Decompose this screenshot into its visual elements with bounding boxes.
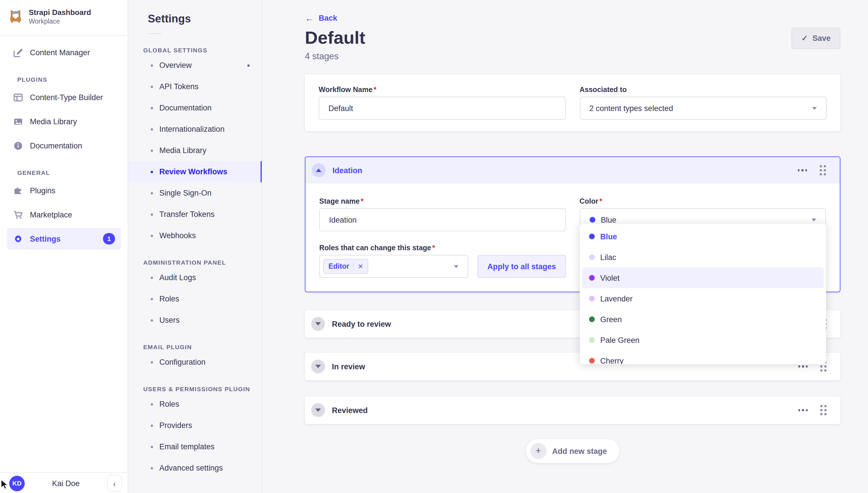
subnav-item-providers[interactable]: Providers [128, 415, 262, 436]
sidebar-item-documentation[interactable]: Documentation [7, 135, 121, 156]
bullet-icon [151, 171, 153, 173]
expand-stage-toggle[interactable] [311, 317, 325, 331]
main-sidebar: Strapi Dashboard Workplace Content Manag… [0, 0, 128, 493]
subnav-item-configuration[interactable]: Configuration [128, 351, 262, 373]
workflow-meta-card: Workflow Name* Default Associated to 2 c… [305, 74, 840, 131]
sidebar-item-media-library[interactable]: Media Library [7, 110, 121, 132]
check-icon: ✓ [801, 34, 808, 43]
color-swatch [589, 358, 594, 364]
subnav-item-documentation[interactable]: Documentation [128, 97, 262, 119]
collapse-sidebar-button[interactable]: ‹ [107, 475, 122, 492]
color-option-pale-green[interactable]: Pale Green [582, 329, 824, 350]
sidebar-item-label: Settings [30, 234, 61, 243]
stage-bar-reviewed[interactable]: Reviewed [305, 396, 840, 424]
screen: Strapi Dashboard Workplace Content Manag… [0, 0, 868, 493]
stage-menu-button[interactable] [798, 409, 808, 411]
stage-name-input[interactable]: Ideation [319, 208, 566, 231]
divider [353, 262, 354, 271]
chevron-down-icon [315, 365, 321, 368]
color-swatch [589, 337, 594, 343]
subnav-item-media-library[interactable]: Media Library [128, 140, 262, 161]
avatar[interactable]: KD [9, 475, 25, 491]
subnav-item-single-sign-on[interactable]: Single Sign-On [128, 183, 262, 203]
stage-menu-button[interactable] [798, 366, 808, 368]
sidebar-item-label: Documentation [30, 141, 82, 150]
subnav-item-advanced-settings[interactable]: Advanced settings [128, 457, 262, 479]
color-option-lilac[interactable]: Lilac [582, 247, 824, 267]
notification-dot [247, 64, 249, 66]
color-dropdown: Blue Lilac Violet Lavender Green Pale Gr… [580, 224, 826, 364]
sidebar-item-marketplace[interactable]: Marketplace [7, 203, 121, 226]
subnav-section-email-plugin: EMAIL PLUGIN [143, 343, 262, 350]
subnav-item-api-tokens[interactable]: API Tokens [128, 76, 262, 97]
bullet-icon [151, 85, 153, 88]
bullet-icon [151, 424, 153, 427]
workspace-brand[interactable]: Strapi Dashboard Workplace [0, 0, 128, 35]
workspace-subtitle: Workplace [29, 17, 91, 26]
color-swatch [589, 316, 594, 322]
back-arrow-icon: ← [305, 14, 314, 22]
stage-accordion-header[interactable]: Ideation [305, 157, 840, 184]
bullet-icon [151, 276, 153, 279]
drag-handle-icon[interactable] [820, 165, 826, 175]
required-mark: * [361, 197, 364, 206]
divider [0, 35, 128, 36]
sidebar-item-content-type-builder[interactable]: Content-Type Builder [7, 86, 121, 108]
subnav-item-up-roles[interactable]: Roles [128, 393, 262, 415]
subnav-item-overview[interactable]: Overview [128, 55, 262, 76]
sidebar-item-label: Marketplace [30, 210, 72, 219]
puzzle-icon [13, 185, 23, 196]
sidebar-item-content-manager[interactable]: Content Manager [7, 41, 121, 63]
page-title: Default [305, 27, 365, 49]
apply-to-all-stages-button[interactable]: Apply to all stages [477, 255, 566, 278]
chevron-down-icon [811, 219, 816, 221]
workflow-name-input[interactable]: Default [319, 97, 566, 120]
expand-stage-toggle[interactable] [311, 360, 325, 373]
color-option-blue[interactable]: Blue [582, 226, 824, 247]
divider [148, 34, 161, 34]
stage-menu-button[interactable] [798, 169, 807, 171]
sidebar-item-label: Content-Type Builder [30, 93, 103, 102]
sidebar-item-plugins[interactable]: Plugins [7, 179, 121, 201]
bullet-icon [151, 213, 153, 215]
subnav-item-internationalization[interactable]: Internationalization [128, 119, 262, 140]
add-new-stage-button[interactable]: + Add new stage [526, 439, 620, 463]
subnav-item-users[interactable]: Users [128, 309, 262, 331]
expand-stage-toggle[interactable] [311, 403, 325, 417]
drag-handle-icon[interactable] [820, 405, 827, 415]
divider [0, 472, 128, 473]
collapse-stage-toggle[interactable] [312, 164, 326, 177]
subnav-item-audit-logs[interactable]: Audit Logs [128, 267, 262, 288]
workspace-title: Strapi Dashboard [29, 8, 91, 17]
color-option-lavender[interactable]: Lavender [582, 288, 824, 309]
color-option-cherry[interactable]: Cherry [582, 350, 824, 364]
color-swatch [589, 217, 595, 222]
bullet-icon [151, 149, 153, 152]
remove-role-icon[interactable]: ✕ [358, 263, 363, 270]
color-swatch [589, 234, 594, 239]
required-mark: * [374, 86, 376, 94]
info-circle-icon [13, 141, 23, 151]
roles-multiselect[interactable]: Editor ✕ [319, 255, 468, 278]
color-swatch [589, 296, 594, 301]
sidebar-item-settings[interactable]: Settings 1 [7, 228, 121, 250]
color-swatch [589, 254, 594, 260]
subnav-item-admin-roles[interactable]: Roles [128, 288, 262, 309]
subnav-item-webhooks[interactable]: Webhooks [128, 225, 262, 246]
stage-card-ideation: Ideation Stage name* Ideation Color* [305, 156, 840, 292]
nav-section-plugins: PLUGINS [17, 76, 128, 83]
chevron-down-icon [454, 265, 458, 268]
color-option-green[interactable]: Green [582, 309, 824, 329]
subnav-item-review-workflows[interactable]: Review Workflows [128, 161, 262, 183]
media-library-icon [13, 116, 23, 127]
associated-to-select[interactable]: 2 content types selected [580, 97, 827, 120]
subnav-item-email-templates[interactable]: Email templates [128, 436, 262, 457]
subnav-item-transfer-tokens[interactable]: Transfer Tokens [128, 203, 262, 225]
back-link[interactable]: ← Back [305, 14, 338, 22]
plus-icon: + [530, 443, 546, 459]
content-type-builder-icon [13, 92, 23, 102]
save-button[interactable]: ✓ Save [791, 27, 840, 49]
nav-section-general: GENERAL [17, 169, 128, 176]
workplace-chair-logo [8, 8, 23, 26]
color-option-violet[interactable]: Violet [582, 267, 824, 288]
